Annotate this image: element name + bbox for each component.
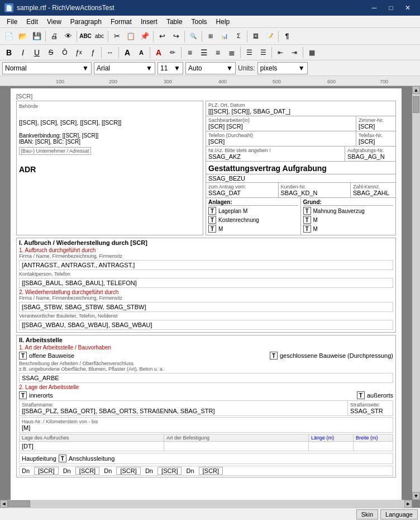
save-button[interactable]: 💾 — [30, 30, 44, 43]
t-box-3[interactable]: T — [208, 216, 216, 224]
aussen-label: außerorts — [367, 392, 393, 399]
borders-button[interactable]: ▦ — [305, 46, 318, 59]
t-offen-box[interactable]: T — [19, 352, 27, 360]
insert-chart-button[interactable]: 📊 — [218, 30, 231, 43]
indent-increase-button[interactable]: ⇥ — [288, 46, 301, 59]
size-dropdown[interactable]: 11 ▼ — [157, 62, 183, 74]
menu-edit[interactable]: Edit — [22, 16, 42, 27]
breite-header: Breite (m) — [354, 434, 393, 441]
close-button[interactable]: ✕ — [400, 0, 416, 16]
menu-paragraph[interactable]: Paragraph — [66, 16, 106, 27]
open-button[interactable]: 📂 — [16, 30, 30, 43]
new-button[interactable]: 📄 — [2, 30, 16, 43]
language-button[interactable]: Language — [380, 509, 418, 519]
font-larger-button[interactable]: A — [121, 46, 134, 59]
formula-button[interactable]: ƒx — [72, 46, 85, 59]
stbw-box: [SBAG_STBW, SBAG_STBW, SBAG_STBW] — [19, 302, 393, 312]
t-box-2[interactable]: T — [303, 207, 311, 215]
underline-button[interactable]: U — [30, 46, 44, 59]
menu-format[interactable]: Format — [106, 16, 136, 27]
bank-label: Bankverbindung: [[SCR], [SCR]] — [19, 133, 201, 139]
t-aussen-box[interactable]: T — [357, 391, 365, 399]
top-columns: Behörde [[SCR], [SCR], [SCR], [[SCR], [[… — [16, 101, 396, 235]
scroll-left-button[interactable]: ◄ — [0, 500, 8, 508]
replace-button[interactable]: abc — [93, 30, 106, 43]
insert-table-button[interactable]: ⊞ — [204, 30, 217, 43]
t-box-4[interactable]: T — [303, 216, 311, 224]
section1-title: I. Aufbruch / Wiederherstellung durch [S… — [19, 239, 393, 246]
menu-help[interactable]: Help — [212, 16, 235, 27]
preview-button[interactable]: 👁 — [61, 30, 75, 43]
paragraph-marks-button[interactable]: ¶ — [280, 30, 294, 43]
italic-button[interactable]: I — [16, 46, 30, 59]
menu-insert[interactable]: Insert — [136, 16, 162, 27]
strikethrough-button[interactable]: S — [44, 46, 58, 59]
redo-button[interactable]: ↪ — [169, 30, 183, 43]
t-innen-box[interactable]: T — [19, 391, 27, 399]
scroll-up-button[interactable]: ▲ — [412, 86, 420, 94]
t-box-5[interactable]: T — [208, 225, 216, 233]
t-box-1[interactable]: T — [208, 207, 216, 215]
find-button[interactable]: 🔍 — [187, 30, 200, 43]
font-dropdown[interactable]: Arial ▼ — [94, 62, 155, 74]
align-left-button[interactable]: ≡ — [183, 46, 197, 59]
m3-label: M — [313, 226, 318, 232]
cut-button[interactable]: ✂ — [110, 30, 123, 43]
t-haupt-box[interactable]: T — [59, 455, 66, 462]
menu-table[interactable]: Table — [162, 16, 187, 27]
horizontal-scrollbar[interactable]: ◄ ► — [0, 500, 412, 508]
list-bullet-button[interactable]: ☰ — [242, 46, 256, 59]
highlight-button[interactable]: ✏ — [166, 46, 179, 59]
arrows-button[interactable]: ↔ — [103, 46, 117, 59]
menu-tools[interactable]: Tools — [187, 16, 212, 27]
kontakt-box: [[SBAG_BAUL, SBAG_BAUL], TELEFON] — [19, 278, 393, 288]
vertical-scrollbar[interactable]: ▲ ▼ — [412, 86, 420, 500]
s2-sub2: 2. Lage der Arbeitsstelle — [19, 384, 393, 390]
window-title: sample.rtf - RichViewActionsTest — [17, 4, 114, 12]
undo-button[interactable]: ↩ — [155, 30, 169, 43]
insert-image-button[interactable]: 🖼 — [249, 30, 262, 43]
scroll-down-button[interactable]: ▼ — [412, 492, 420, 500]
geschl-label: geschlossene Bauweise (Durchpressung) — [280, 352, 393, 359]
minimize-button[interactable]: ─ — [366, 0, 382, 16]
style-dropdown[interactable]: Normal ▼ — [2, 62, 92, 74]
print-button[interactable]: 🖨 — [47, 30, 61, 43]
scroll-thumb-h[interactable] — [8, 500, 30, 507]
skin-button[interactable]: Skin — [356, 509, 378, 519]
telefon-value: [SCR] — [208, 138, 354, 145]
align-justify-button[interactable]: ≣ — [225, 46, 238, 59]
units-dropdown[interactable]: pixels ▼ — [257, 62, 308, 74]
align-center-button[interactable]: ☰ — [197, 46, 211, 59]
paste-button[interactable]: 📌 — [138, 30, 151, 43]
document-page[interactable]: [SCR] Behörde [[SCR], [SCR], [SCR], [[SC… — [11, 88, 402, 500]
menu-view[interactable]: View — [42, 16, 66, 27]
font-smaller-button[interactable]: A — [135, 46, 148, 59]
grund-header: Grund: — [303, 199, 394, 206]
insert-formula-button[interactable]: Σ — [232, 30, 245, 43]
t-box-6[interactable]: T — [303, 225, 311, 233]
copy-button[interactable]: 📋 — [124, 30, 137, 43]
formula2-button[interactable]: ƒ — [86, 46, 99, 59]
anlagen-row-1: T Lageplan M — [208, 207, 298, 215]
ruler-tick-300: 300 — [164, 79, 172, 84]
strassenseite-value: SSAG_STR — [350, 408, 390, 414]
color-dropdown[interactable]: Auto ▼ — [185, 62, 236, 74]
scroll-thumb[interactable] — [413, 96, 419, 113]
scroll-right-button[interactable]: ► — [404, 500, 412, 508]
insert-field-button[interactable]: 📝 — [263, 30, 276, 43]
section2: II. Arbeitsstelle 1. Art der Arbeitsstel… — [16, 335, 396, 478]
align-right-button[interactable]: ≡ — [211, 46, 225, 59]
left-column: Behörde [[SCR], [SCR], [SCR], [[SCR], [[… — [16, 101, 203, 235]
list-number-button[interactable]: ☰ — [256, 46, 270, 59]
bold-button[interactable]: B — [2, 46, 16, 59]
spellcheck-button[interactable]: ABC — [79, 30, 92, 43]
overline-button[interactable]: Ō — [58, 46, 71, 59]
menu-file[interactable]: File — [2, 16, 22, 27]
font-color-button[interactable]: A — [152, 46, 165, 59]
strasse-row: Straßenname: [[SBAG_PLZ, SBAG_ORT], SBAG… — [19, 400, 393, 416]
t-geschl-box[interactable]: T — [270, 352, 278, 360]
indent-decrease-button[interactable]: ⇤ — [274, 46, 287, 59]
ssag-arbe-value: SSAG_ARBE — [22, 375, 59, 381]
maximize-button[interactable]: □ — [383, 0, 399, 16]
nraz-value: SSAG_AKZ — [208, 153, 342, 160]
